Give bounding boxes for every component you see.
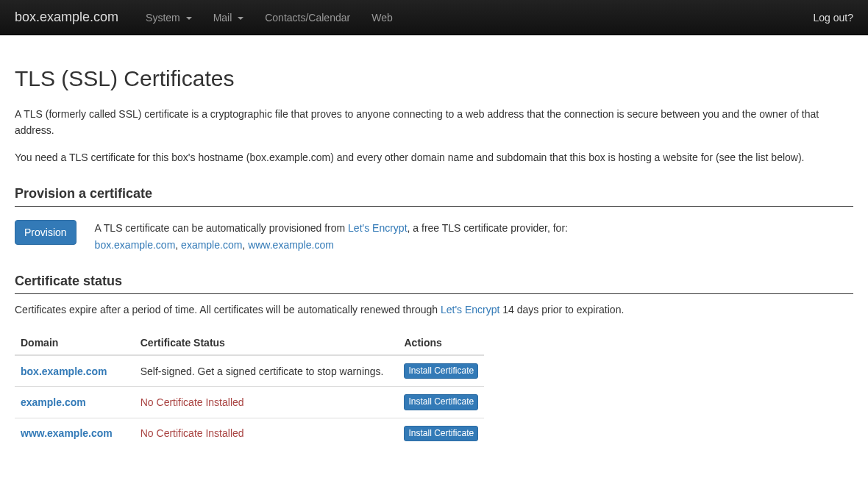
sep: ,	[242, 239, 248, 251]
col-actions: Actions	[398, 331, 484, 355]
intro2a: You need a TLS certificate for this box'…	[15, 151, 249, 163]
status-intro: Certificates expire after a period of ti…	[15, 302, 853, 318]
provision-row: Provision A TLS certificate can be autom…	[15, 220, 853, 253]
logout-link[interactable]: Log out?	[814, 12, 854, 24]
col-status: Certificate Status	[135, 331, 399, 355]
table-header-row: Domain Certificate Status Actions	[15, 331, 484, 355]
provision-domain-link[interactable]: example.com	[181, 239, 242, 251]
cell-status: No Certificate Installed	[135, 387, 399, 418]
cell-domain: box.example.com	[15, 355, 135, 387]
provision-button[interactable]: Provision	[15, 220, 77, 245]
navbar-right: Log out?	[814, 12, 854, 24]
page-title: TLS (SSL) Certificates	[15, 66, 853, 91]
cell-actions: Install Certificate	[398, 418, 484, 449]
chevron-down-icon	[186, 17, 192, 20]
table-row: box.example.comSelf-signed. Get a signed…	[15, 355, 484, 387]
navbar-brand[interactable]: box.example.com	[15, 10, 118, 25]
provision-text-b: , a free TLS certificate provider, for:	[408, 222, 568, 234]
certificate-table: Domain Certificate Status Actions box.ex…	[15, 331, 484, 448]
intro2host: box.example.com	[249, 151, 330, 163]
provision-text: A TLS certificate can be automatically p…	[95, 220, 568, 253]
install-certificate-button[interactable]: Install Certificate	[404, 363, 478, 379]
cell-actions: Install Certificate	[398, 355, 484, 387]
intro-paragraph-1: A TLS (formerly called SSL) certificate …	[15, 106, 853, 139]
lets-encrypt-link-2[interactable]: Let's Encrypt	[441, 304, 500, 315]
nav-mail[interactable]: Mail	[204, 1, 253, 34]
table-row: www.example.comNo Certificate InstalledI…	[15, 418, 484, 449]
status-intro-a: Certificates expire after a period of ti…	[15, 304, 441, 315]
provision-domain-link[interactable]: www.example.com	[248, 239, 334, 251]
domain-link[interactable]: example.com	[21, 396, 86, 408]
intro2b: ) and every other domain name and subdom…	[330, 151, 804, 163]
main-content: TLS (SSL) Certificates A TLS (formerly c…	[0, 35, 868, 463]
provision-text-a: A TLS certificate can be automatically p…	[95, 222, 348, 234]
nav-web[interactable]: Web	[363, 1, 402, 34]
provision-heading: Provision a certificate	[15, 186, 853, 207]
nav-system[interactable]: System	[137, 1, 201, 34]
top-navbar: box.example.com System Mail Contacts/Cal…	[0, 0, 868, 35]
cell-status: Self-signed. Get a signed certificate to…	[135, 355, 399, 387]
intro-paragraph-2: You need a TLS certificate for this box'…	[15, 149, 853, 165]
domain-link[interactable]: www.example.com	[21, 427, 113, 439]
install-certificate-button[interactable]: Install Certificate	[404, 394, 478, 410]
lets-encrypt-link[interactable]: Let's Encrypt	[348, 222, 408, 234]
cell-status: No Certificate Installed	[135, 418, 399, 449]
sep: ,	[175, 239, 181, 251]
nav-system-label: System	[146, 12, 180, 24]
install-certificate-button[interactable]: Install Certificate	[404, 426, 478, 441]
domain-link[interactable]: box.example.com	[21, 365, 107, 377]
status-heading: Certificate status	[15, 274, 853, 294]
nav-web-label: Web	[371, 12, 393, 24]
chevron-down-icon	[238, 17, 243, 20]
nav-contacts-label: Contacts/Calendar	[265, 12, 350, 24]
cell-domain: example.com	[15, 387, 135, 418]
cell-domain: www.example.com	[15, 418, 135, 449]
nav-contacts-calendar[interactable]: Contacts/Calendar	[256, 1, 359, 34]
navbar-nav: System Mail Contacts/Calendar Web	[137, 1, 813, 34]
status-intro-b: 14 days prior to expiration.	[499, 304, 624, 315]
nav-mail-label: Mail	[213, 12, 232, 24]
col-domain: Domain	[15, 331, 135, 355]
cell-actions: Install Certificate	[398, 387, 484, 418]
provision-domain-link[interactable]: box.example.com	[95, 239, 176, 251]
table-row: example.comNo Certificate InstalledInsta…	[15, 387, 484, 418]
